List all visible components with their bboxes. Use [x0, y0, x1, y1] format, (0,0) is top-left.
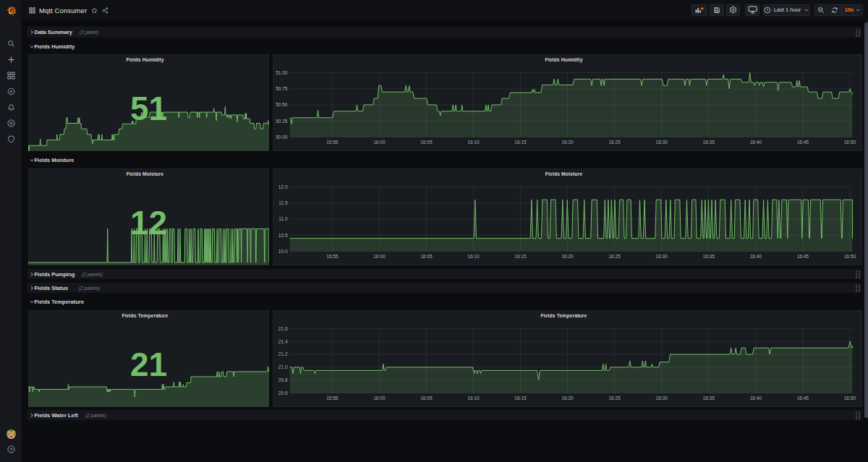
svg-text:16:05: 16:05 [420, 254, 433, 259]
svg-text:16:20: 16:20 [561, 140, 574, 145]
svg-text:16:15: 16:15 [514, 395, 527, 400]
svg-text:16:05: 16:05 [420, 395, 433, 400]
svg-text:15:55: 15:55 [326, 140, 339, 145]
svg-text:20.6: 20.6 [278, 390, 288, 395]
svg-text:11.0: 11.0 [278, 216, 288, 221]
svg-text:16:00: 16:00 [373, 140, 386, 145]
svg-text:21.0: 21.0 [278, 364, 288, 369]
svg-text:15:55: 15:55 [326, 395, 339, 400]
svg-text:16:10: 16:10 [467, 254, 480, 259]
svg-text:50.00: 50.00 [276, 134, 288, 140]
svg-text:16:50: 16:50 [844, 254, 856, 259]
svg-text:16:15: 16:15 [514, 140, 527, 145]
svg-text:16:50: 16:50 [844, 140, 856, 145]
svg-text:10.0: 10.0 [278, 249, 288, 254]
svg-text:16:25: 16:25 [608, 140, 621, 145]
svg-text:16:50: 16:50 [844, 395, 856, 400]
svg-text:16:25: 16:25 [608, 395, 621, 400]
svg-text:16:00: 16:00 [373, 254, 386, 259]
svg-text:16:45: 16:45 [797, 140, 809, 145]
svg-text:16:10: 16:10 [467, 395, 480, 400]
svg-text:21.6: 21.6 [278, 325, 288, 330]
svg-text:50.25: 50.25 [276, 119, 288, 124]
svg-text:16:05: 16:05 [420, 140, 433, 145]
svg-text:16:40: 16:40 [750, 254, 762, 259]
svg-text:10.5: 10.5 [278, 233, 288, 238]
svg-text:16:35: 16:35 [703, 140, 715, 145]
svg-text:?: ? [10, 448, 13, 452]
svg-text:12.0: 12.0 [278, 184, 288, 189]
svg-text:16:40: 16:40 [750, 395, 762, 400]
svg-text:16:20: 16:20 [561, 254, 574, 259]
svg-text:21.4: 21.4 [278, 338, 288, 343]
svg-text:50.75: 50.75 [276, 86, 288, 91]
svg-text:51.00: 51.00 [276, 70, 288, 75]
svg-text:16:35: 16:35 [703, 254, 715, 259]
svg-text:16:15: 16:15 [514, 254, 527, 259]
svg-text:20.8: 20.8 [278, 377, 288, 382]
svg-text:50.50: 50.50 [276, 102, 288, 107]
svg-text:21.2: 21.2 [278, 351, 288, 356]
svg-text:16:40: 16:40 [750, 140, 762, 145]
svg-text:16:45: 16:45 [797, 395, 809, 400]
svg-text:16:10: 16:10 [467, 140, 480, 145]
svg-text:16:00: 16:00 [373, 395, 386, 400]
svg-text:15:55: 15:55 [326, 254, 339, 259]
svg-text:16:35: 16:35 [703, 395, 715, 400]
svg-text:16:25: 16:25 [608, 254, 621, 259]
svg-text:16:45: 16:45 [797, 254, 809, 259]
svg-text:16:30: 16:30 [656, 395, 668, 400]
svg-text:16:20: 16:20 [561, 395, 574, 400]
svg-text:11.5: 11.5 [278, 200, 288, 205]
svg-text:16:30: 16:30 [656, 254, 668, 259]
svg-text:16:30: 16:30 [656, 140, 668, 145]
